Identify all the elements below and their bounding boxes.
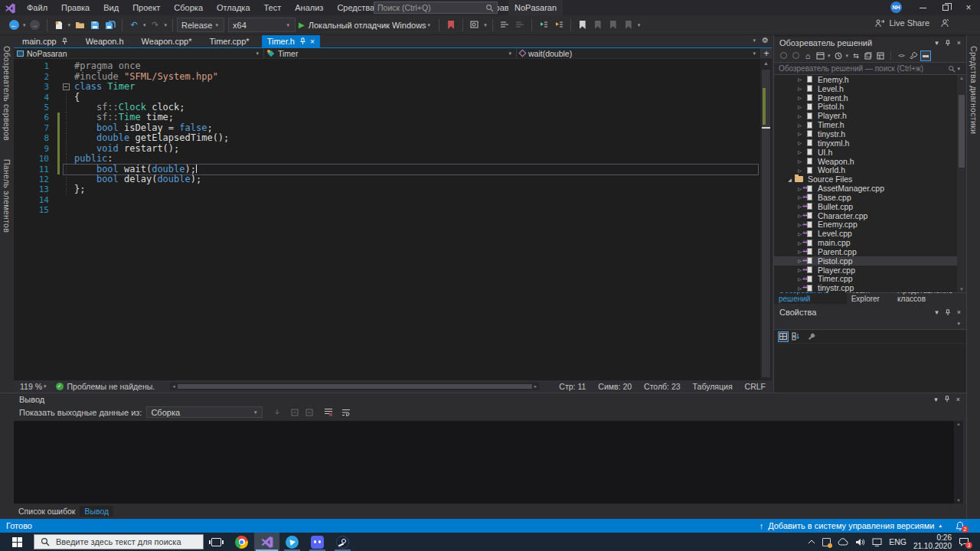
breakpoint-margin[interactable]: [14, 112, 26, 122]
step-over-button[interactable]: [514, 18, 526, 32]
chevron-collapsed-icon[interactable]: ▷: [795, 149, 804, 155]
chevron-down-icon[interactable]: ▾: [165, 22, 168, 28]
tree-item-Player-h[interactable]: ▷Player.h: [774, 111, 966, 120]
tree-item-Pistol-h[interactable]: ▷Pistol.h: [774, 103, 966, 112]
tree-item-tinyxml-h[interactable]: ▷tinyxml.h: [774, 139, 966, 148]
code-line-2[interactable]: 2#include "SFML/System.hpp": [14, 71, 772, 81]
fold-margin[interactable]: [61, 184, 70, 194]
chevron-collapsed-icon[interactable]: ▷: [795, 104, 804, 109]
breakpoint-margin[interactable]: [14, 123, 26, 133]
switch-views-icon[interactable]: [815, 51, 825, 61]
tree-item-Parent-h[interactable]: ▷Parent.h: [774, 93, 966, 103]
chevron-down-icon[interactable]: ▾: [934, 396, 938, 403]
output-scrollbar[interactable]: ▲ ▼: [954, 421, 963, 504]
solution-explorer-header[interactable]: Обозреватель решений ▾ ×: [774, 37, 966, 49]
home-icon[interactable]: ⌂: [802, 51, 813, 61]
search-icon[interactable]: [948, 65, 956, 73]
clock[interactable]: 0:26 21.10.2020: [913, 533, 952, 550]
breakpoint-margin[interactable]: [14, 103, 26, 112]
restore-button[interactable]: [934, 0, 957, 15]
toggle-bookmark-button[interactable]: [577, 18, 589, 32]
fold-margin[interactable]: [61, 164, 70, 174]
code-line-13[interactable]: 13};: [14, 184, 772, 194]
pending-changes-filter-icon[interactable]: [833, 51, 844, 61]
pin-icon[interactable]: [945, 40, 951, 47]
type-dropdown[interactable]: Timer ▾: [264, 48, 517, 58]
scroll-up-icon[interactable]: ▲: [760, 60, 772, 66]
open-folder-button[interactable]: [74, 18, 86, 32]
word-wrap-icon[interactable]: [341, 407, 351, 418]
chevron-down-icon[interactable]: ▾: [846, 53, 849, 59]
live-share-button[interactable]: Live Share: [875, 18, 949, 28]
indent-mode[interactable]: Табуляция: [693, 382, 733, 391]
tree-scrollbar[interactable]: ▲ ▼: [957, 75, 966, 292]
output-content[interactable]: ▲ ▼: [14, 421, 963, 504]
breakpoint-margin[interactable]: [14, 184, 26, 194]
breakpoint-margin[interactable]: [14, 71, 26, 81]
line-ending[interactable]: CRLF: [745, 382, 766, 391]
chevron-down-icon[interactable]: ▾: [428, 22, 431, 28]
chevron-collapsed-icon[interactable]: ▷: [795, 168, 804, 173]
fold-margin[interactable]: [61, 144, 70, 154]
new-file-button[interactable]: [53, 18, 65, 32]
code-line-4[interactable]: 4{: [14, 92, 772, 102]
collapse-icon[interactable]: −: [63, 83, 70, 90]
fold-margin[interactable]: [61, 133, 70, 143]
split-view-button[interactable]: +: [760, 48, 772, 58]
tree-item-World-h[interactable]: ▷World.h: [774, 165, 966, 174]
tab-Timer-h[interactable]: Timer.h×: [262, 35, 320, 47]
tree-item-Timer-h[interactable]: ▷Timer.h: [774, 120, 966, 129]
code-line-11[interactable]: 11 bool wait(double);: [14, 164, 772, 174]
tree-item-Source-Files[interactable]: ◢Source Files: [774, 174, 966, 184]
active-files-dropdown-icon[interactable]: ▾: [753, 37, 756, 44]
next-bookmark-button[interactable]: [607, 18, 619, 32]
scroll-up-icon[interactable]: ▲: [956, 422, 961, 426]
pin-icon[interactable]: [945, 309, 951, 316]
tree-item-Character-cpp[interactable]: ▷++Character.cpp: [774, 211, 966, 220]
close-icon[interactable]: ×: [956, 396, 960, 403]
menu-item-Правка[interactable]: Правка: [54, 0, 96, 15]
input-language[interactable]: ENG: [889, 537, 906, 546]
breakpoint-margin[interactable]: [14, 195, 26, 205]
find-message-icon[interactable]: [272, 407, 283, 418]
side-tab-Средства диагностики[interactable]: Средства диагностики: [969, 38, 978, 142]
attach-to-process-button[interactable]: [445, 18, 457, 32]
forward-icon[interactable]: [790, 51, 801, 61]
tree-item-Enemy-cpp[interactable]: ▷++Enemy.cpp: [774, 220, 966, 230]
fold-margin[interactable]: [61, 61, 70, 71]
code-line-6[interactable]: 6 sf::Time time;: [14, 112, 772, 122]
code-line-12[interactable]: 12 bool delay(double);: [14, 174, 772, 184]
clear-bookmarks-button[interactable]: [622, 18, 635, 32]
next-message-icon[interactable]: [304, 407, 315, 418]
member-dropdown[interactable]: wait(double) ▾: [517, 48, 760, 58]
refresh-icon[interactable]: [863, 51, 874, 61]
tab-Timer-cpp-[interactable]: Timer.cpp*: [204, 35, 254, 47]
fold-margin[interactable]: [61, 103, 70, 112]
tab--[interactable]: Список ошибок: [14, 506, 80, 517]
output-source-dropdown[interactable]: Сборка ▾: [146, 406, 263, 418]
navigate-back-button[interactable]: ←: [8, 18, 20, 32]
chevron-down-icon[interactable]: ▾: [828, 53, 831, 59]
scroll-right-icon[interactable]: ▸: [532, 383, 540, 390]
taskbar-app-discord[interactable]: [305, 533, 330, 551]
scroll-left-icon[interactable]: ◂: [170, 383, 178, 390]
navigate-symbol-button[interactable]: [553, 18, 565, 32]
categorized-icon[interactable]: [778, 331, 789, 342]
feedback-icon[interactable]: [940, 18, 949, 28]
tree-item-Level-cpp[interactable]: ▷++Level.cpp: [774, 229, 966, 238]
tree-item-Enemy-h[interactable]: ▷Enemy.h: [774, 75, 966, 84]
breakpoint-margin[interactable]: [14, 174, 26, 184]
chevron-down-icon[interactable]: ▾: [68, 22, 71, 28]
chevron-collapsed-icon[interactable]: ▷: [795, 140, 804, 145]
solution-search-input[interactable]: Обозреватель решений — поиск (Ctrl+ж) ▾: [774, 63, 966, 75]
tree-item-Level-h[interactable]: ▷Level.h: [774, 84, 966, 93]
taskbar-app-visual-studio[interactable]: [254, 533, 279, 551]
solution-configurations-button[interactable]: [498, 18, 511, 32]
navigate-forward-button[interactable]: →: [29, 18, 41, 32]
tree-item-Pistol-cpp[interactable]: ▷++Pistol.cpp: [774, 256, 966, 266]
chevron-down-icon[interactable]: ▾: [957, 66, 960, 72]
chevron-down-icon[interactable]: ▾: [484, 22, 487, 28]
code-line-15[interactable]: 15: [14, 205, 772, 215]
chevron-collapsed-icon[interactable]: ▷: [795, 77, 804, 82]
chevron-collapsed-icon[interactable]: ▷: [795, 86, 804, 91]
